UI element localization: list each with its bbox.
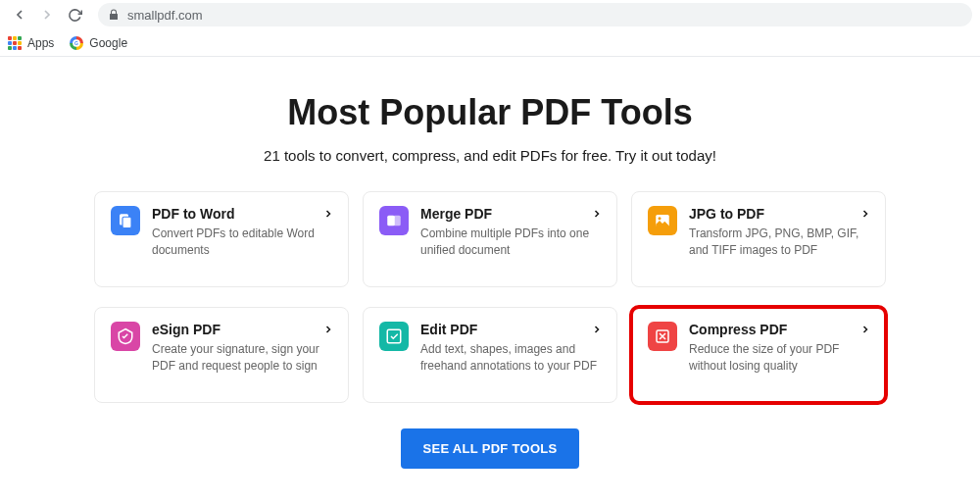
tools-grid: PDF to Word Convert PDFs to editable Wor… (98, 191, 882, 403)
doc-icon (111, 206, 140, 235)
card-body: Compress PDF Reduce the size of your PDF… (689, 322, 869, 388)
tool-card[interactable]: Edit PDF Add text, shapes, images and fr… (363, 307, 617, 403)
page-subtitle: 21 tools to convert, compress, and edit … (0, 147, 980, 164)
card-description: Add text, shapes, images and freehand an… (420, 341, 601, 375)
tool-card[interactable]: JPG to PDF Transform JPG, PNG, BMP, GIF,… (631, 191, 886, 287)
url-text: smallpdf.com (127, 8, 203, 23)
card-description: Create your signature, sign your PDF and… (152, 341, 332, 375)
tool-card[interactable]: PDF to Word Convert PDFs to editable Wor… (94, 191, 349, 287)
image-icon (648, 206, 677, 235)
card-title: eSign PDF (152, 322, 332, 337)
chevron-right-icon (322, 206, 334, 224)
card-body: PDF to Word Convert PDFs to editable Wor… (152, 206, 332, 273)
forward-button[interactable] (35, 3, 59, 26)
card-title: JPG to PDF (689, 206, 869, 222)
svg-rect-6 (387, 329, 401, 343)
card-body: eSign PDF Create your signature, sign yo… (152, 322, 332, 388)
bookmark-google[interactable]: Google (70, 36, 127, 50)
card-description: Combine multiple PDFs into one unified d… (420, 226, 601, 259)
google-icon (70, 36, 83, 50)
card-description: Reduce the size of your PDF without losi… (689, 341, 869, 375)
chevron-right-icon (591, 322, 603, 339)
address-bar[interactable]: smallpdf.com (98, 3, 972, 26)
bookmark-apps-label: Apps (27, 36, 54, 50)
apps-icon (8, 36, 22, 50)
chevron-right-icon (322, 322, 334, 339)
merge-icon (379, 206, 409, 235)
main-content: Most Popular PDF Tools 21 tools to conve… (0, 57, 980, 469)
chevron-right-icon (859, 206, 871, 224)
edit-icon (379, 322, 409, 351)
tool-card[interactable]: Compress PDF Reduce the size of your PDF… (631, 307, 886, 403)
card-body: Merge PDF Combine multiple PDFs into one… (420, 206, 601, 273)
card-title: Merge PDF (420, 206, 601, 222)
svg-rect-3 (393, 216, 401, 226)
card-title: Compress PDF (689, 322, 869, 337)
chevron-right-icon (859, 322, 871, 339)
bookmark-google-label: Google (89, 36, 127, 50)
browser-toolbar: smallpdf.com (0, 0, 980, 29)
chevron-right-icon (591, 206, 603, 224)
compress-icon (648, 322, 677, 351)
card-body: Edit PDF Add text, shapes, images and fr… (420, 322, 601, 388)
page-title: Most Popular PDF Tools (0, 92, 980, 133)
see-all-button[interactable]: SEE ALL PDF TOOLS (401, 428, 578, 469)
bookmarks-bar: Apps Google (0, 29, 980, 57)
card-body: JPG to PDF Transform JPG, PNG, BMP, GIF,… (689, 206, 869, 273)
sign-icon (111, 322, 140, 351)
bookmark-apps[interactable]: Apps (8, 36, 54, 50)
card-description: Transform JPG, PNG, BMP, GIF, and TIFF i… (689, 226, 869, 259)
tool-card[interactable]: Merge PDF Combine multiple PDFs into one… (363, 191, 617, 287)
lock-icon (108, 9, 120, 21)
card-title: Edit PDF (420, 322, 601, 337)
svg-rect-1 (122, 217, 131, 227)
reload-button[interactable] (63, 3, 86, 26)
card-description: Convert PDFs to editable Word documents (152, 226, 332, 259)
card-title: PDF to Word (152, 206, 332, 222)
back-button[interactable] (8, 3, 31, 26)
tool-card[interactable]: eSign PDF Create your signature, sign yo… (94, 307, 349, 403)
svg-point-5 (659, 217, 662, 220)
